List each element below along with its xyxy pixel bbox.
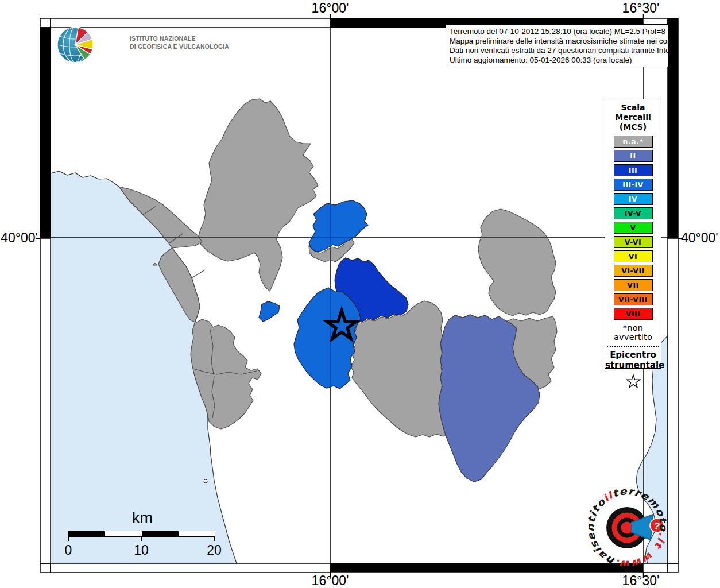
scale-tick-10 [141, 536, 142, 541]
legend-swatch-vi-vii: VI-VII [614, 265, 653, 277]
legend-swatch-vii-viii: VII-VIII [614, 293, 653, 305]
scale-bar: km 0 10 20 [59, 510, 226, 558]
legend-epicenter-label: Epicentro strumentale [605, 350, 661, 370]
scale-num-20: 20 [207, 543, 222, 558]
legend-items: n.a.* II III III-IV IV IV-V V V-VI VI VI… [605, 136, 661, 320]
scale-bar-unit: km [59, 510, 226, 526]
scale-num-10: 10 [134, 543, 149, 558]
axis-label-bottom-16-30: 16°30' [606, 574, 675, 587]
legend-swatch-v-vi: V-VI [614, 236, 653, 248]
info-line-updated: Ultimo aggiornamento: 05-01-2026 00:33 (… [450, 56, 665, 65]
scale-tick-0 [68, 536, 69, 541]
legend-swatch-iii: III [614, 164, 653, 176]
ingv-wordmark: ISTITUTO NAZIONALE DI GEOFISICA E VULCAN… [130, 35, 229, 51]
ingv-globe-logo [56, 25, 95, 64]
legend-epicenter-line2: strumentale [605, 360, 661, 370]
legend-footnote: *non avvertito [605, 323, 661, 342]
scale-bar-segments [68, 531, 215, 537]
axis-label-right-40-00: 40°00' [681, 231, 720, 245]
small-island [154, 264, 157, 266]
legend-swatch-vi: VI [614, 250, 653, 262]
scale-segment-2 [105, 531, 142, 536]
scale-num-0: 0 [65, 543, 72, 558]
mercalli-scale-legend: Scala Mercalli (MCS) n.a.* II III III-IV… [605, 99, 661, 369]
legend-swatch-v: V [614, 222, 653, 234]
scale-segment-1 [68, 531, 105, 536]
legend-swatch-na: n.a.* [614, 136, 653, 148]
info-line-event: Terremoto del 07-10-2012 15:28:10 (ora l… [450, 27, 665, 37]
legend-title: Scala Mercalli (MCS) [605, 103, 661, 132]
legend-star-icon [605, 373, 661, 392]
legend-swatch-iii-iv: III-IV [614, 179, 653, 191]
ingv-name-line1: ISTITUTO NAZIONALE [130, 35, 229, 43]
haisentitoilterremoto-logo: ? www.haisentitoilterremoto.it [586, 486, 672, 572]
legend-swatch-ii: II [614, 150, 653, 162]
legend-title-line2: Mercalli [605, 113, 661, 122]
legend-swatch-iv-v: IV-V [614, 207, 653, 219]
scale-segment-4 [179, 531, 215, 536]
legend-title-line3: (MCS) [605, 122, 661, 132]
seismic-intensity-map-page: { "header": { "ingv_line1": "ISTITUTO NA… [0, 0, 720, 588]
info-line-map-type: Mappa preliminare delle intensità macros… [450, 37, 665, 47]
axis-label-bottom-16-00: 16°00' [296, 574, 365, 587]
legend-swatch-vii: VII [614, 279, 653, 291]
legend-swatch-iv: IV [614, 193, 653, 205]
earthquake-info-box: Terremoto del 07-10-2012 15:28:10 (ora l… [446, 24, 669, 67]
axis-label-top-16-00: 16°00' [296, 1, 365, 15]
axis-label-top-16-30: 16°30' [606, 1, 675, 15]
legend-epicenter-line1: Epicentro [605, 350, 661, 360]
info-line-questionnaires: Dati non verificati estratti da 27 quest… [450, 46, 665, 56]
tiny-island [204, 479, 207, 483]
scale-tick-20 [214, 536, 215, 541]
legend-title-line1: Scala [605, 103, 661, 113]
axis-label-left-40-00: 40°00' [0, 231, 38, 245]
ingv-name-line2: DI GEOFISICA E VULCANOLOGIA [130, 43, 229, 51]
legend-swatch-viii: VIII [614, 308, 653, 320]
scale-segment-3 [142, 531, 179, 536]
scale-bar-numbers: 0 10 20 [59, 543, 226, 558]
legend-separator [607, 346, 659, 347]
